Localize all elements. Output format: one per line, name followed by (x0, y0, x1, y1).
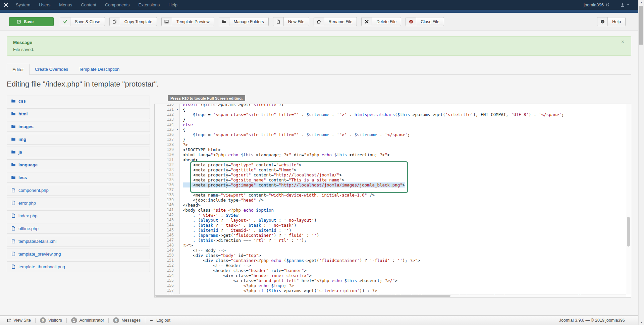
editor-vscroll-thumb[interactable] (627, 217, 630, 247)
rename-glyph (317, 19, 321, 24)
folder-item-less[interactable]: less (7, 172, 150, 183)
folder-item-img[interactable]: img (7, 134, 150, 145)
nav-item-extensions[interactable]: Extensions (134, 0, 164, 10)
code-line[interactable]: . ($itemid ? ' itemid-' . $itemid : '') (183, 228, 631, 233)
nav-item-help[interactable]: Help (164, 0, 182, 10)
navbar-menu: SystemUsersMenusContentComponentsExtensi… (11, 0, 182, 10)
fold-toggle-icon[interactable]: ▾ (176, 107, 178, 112)
gutter-line-number: 122 (155, 112, 179, 117)
code-line[interactable]: . ' view-' . $view (183, 213, 631, 218)
nav-item-content[interactable]: Content (76, 0, 101, 10)
template-preview-button[interactable]: Template Preview (161, 17, 214, 26)
status-item-visitors[interactable]: 0Visitors (40, 317, 62, 323)
nav-item-menus[interactable]: Menus (55, 0, 76, 10)
code-line[interactable]: <body class="site <?php echo $option (183, 208, 631, 213)
code-line[interactable]: <meta property="og:site_name" content="T… (183, 177, 631, 182)
gutter-line-number: 140 (155, 203, 179, 208)
code-line[interactable]: { (183, 127, 631, 132)
file-item-templatedetails-xml[interactable]: templateDetails.xml (7, 236, 150, 247)
code-line[interactable]: <jdoc:include type="head" /> (183, 198, 631, 203)
file-item-error-php[interactable]: error.php (7, 198, 150, 208)
editor-hscroll-thumb[interactable] (155, 295, 450, 297)
scroll-up-arrow[interactable]: ▲ (639, 1, 644, 4)
code-line[interactable]: ?> (183, 142, 631, 147)
code-line[interactable]: elseif ($this->params->get('sitetitle')) (183, 104, 631, 107)
code-line[interactable]: { (183, 107, 631, 112)
nav-item-components[interactable]: Components (101, 0, 134, 10)
nav-item-system[interactable]: System (11, 0, 35, 10)
joomla-logo[interactable] (0, 0, 11, 10)
folder-item-html[interactable]: html (7, 108, 150, 119)
code-line[interactable]: $logo = '<span class="site-title" title=… (183, 132, 631, 137)
status-item-log-out[interactable]: Log out (150, 318, 170, 323)
code-line[interactable]: ?>"> (183, 243, 631, 248)
tab-template-description[interactable]: Template Description (73, 64, 125, 74)
code-line[interactable]: } (183, 117, 631, 122)
code-line[interactable]: } (183, 137, 631, 142)
status-item-view-site[interactable]: View Site (7, 318, 31, 323)
close-file-label: Close File (416, 17, 444, 26)
folder-item-images[interactable]: images (7, 121, 150, 132)
code-line[interactable] (183, 187, 631, 193)
file-item-offline-php[interactable]: offline.php (7, 223, 150, 234)
code-line[interactable]: <div class="body" id="top"> (183, 253, 631, 258)
status-item-messages[interactable]: 0Messages (113, 317, 141, 323)
code-line[interactable]: <?php if ($this->params->get('sitedescri… (183, 288, 631, 293)
code-line[interactable]: <meta property="og:url" content="http://… (183, 172, 631, 177)
folder-item-css[interactable]: css (7, 96, 150, 106)
code-line[interactable]: <meta name="viewport" content="width=dev… (183, 193, 631, 198)
new-file-button[interactable]: New File (273, 17, 309, 26)
code-line[interactable]: <!-- Body --> (183, 248, 631, 253)
file-item-component-php[interactable]: component.php (7, 185, 150, 196)
code-line[interactable]: else (183, 122, 631, 127)
editor-vertical-scrollbar[interactable] (626, 104, 631, 294)
help-button[interactable]: Help (597, 17, 626, 26)
code-line[interactable]: </head> (183, 203, 631, 208)
editor-horizontal-scrollbar[interactable] (155, 294, 626, 297)
code-line[interactable]: <?php echo $logo; ?> (183, 283, 631, 288)
code-line[interactable]: <meta property="og:type" content="websit… (183, 162, 631, 167)
code-line[interactable]: . ($task ? ' task-' . $task : ' no-task'… (183, 223, 631, 228)
code-line[interactable]: . ($this->direction === 'rtl' ? ' rtl' :… (183, 238, 631, 243)
folder-item-language[interactable]: language (7, 159, 150, 170)
code-line[interactable]: <html lang="<?php echo $this->language; … (183, 152, 631, 157)
user-menu[interactable] (620, 3, 630, 7)
code-line[interactable]: <a class="brand pull-left" href="<?php e… (183, 278, 631, 283)
gutter-line-number: 138 (155, 193, 179, 198)
status-item-administrator[interactable]: 1Administrator (71, 317, 104, 323)
folder-item-js[interactable]: js (7, 147, 150, 157)
rename-file-button[interactable]: Rename File (314, 17, 357, 26)
fold-toggle-icon[interactable]: ▾ (176, 127, 178, 132)
code-line[interactable]: $logo = '<span class="site-title" title=… (183, 112, 631, 117)
copy-template-button[interactable]: Copy Template (109, 17, 157, 26)
rename-file-label: Rename File (324, 17, 357, 26)
site-link[interactable]: joomla396 (584, 2, 609, 7)
code-line[interactable]: <meta property="og:title" content="Home"… (183, 167, 631, 172)
tab-editor[interactable]: Editor (7, 64, 30, 75)
save-close-button[interactable]: Save & Close (60, 17, 105, 26)
editor-code-area[interactable]: elseif ($this->params->get('sitetitle'))… (180, 104, 631, 297)
save-button[interactable]: Save (9, 17, 54, 26)
code-line[interactable]: <!-- Header --> (183, 263, 631, 268)
code-line[interactable]: <head> (183, 157, 631, 162)
tab-create-overrides[interactable]: Create Overrides (30, 64, 73, 74)
message-close-icon[interactable]: × (621, 39, 624, 45)
file-item-template-thumbnail-png[interactable]: template_thumbnail.png (7, 261, 150, 272)
close-file-button[interactable]: Close File (406, 17, 444, 26)
page-scroll-thumb[interactable] (639, 6, 643, 45)
code-line[interactable]: . ($params->get('fluidContainer') ? ' fl… (183, 233, 631, 238)
file-item-template-preview-png[interactable]: template_preview.png (7, 249, 150, 259)
page-scrollbar[interactable]: ▲ ▼ (638, 0, 644, 325)
code-line[interactable]: <header class="header" role="banner"> (183, 268, 631, 273)
code-line[interactable]: <!DOCTYPE html> (183, 147, 631, 152)
scroll-down-arrow[interactable]: ▼ (639, 321, 644, 324)
nav-item-users[interactable]: Users (35, 0, 55, 10)
code-line[interactable]: <div class="header-inner clearfix"> (183, 273, 631, 278)
manage-folders-button[interactable]: Manage Folders (219, 17, 269, 26)
delete-file-button[interactable]: Delete File (361, 17, 401, 26)
file-item-index-php[interactable]: index.php (7, 210, 150, 221)
code-editor[interactable]: 120121▾122123124125▾12612712812913013113… (154, 104, 631, 297)
code-line[interactable]: . ($layout ? ' layout-' . $layout : ' no… (183, 218, 631, 223)
code-line[interactable]: <meta property="og:image" content="http:… (183, 182, 631, 187)
code-line[interactable]: <div class="container<?php echo ($params… (183, 258, 631, 263)
